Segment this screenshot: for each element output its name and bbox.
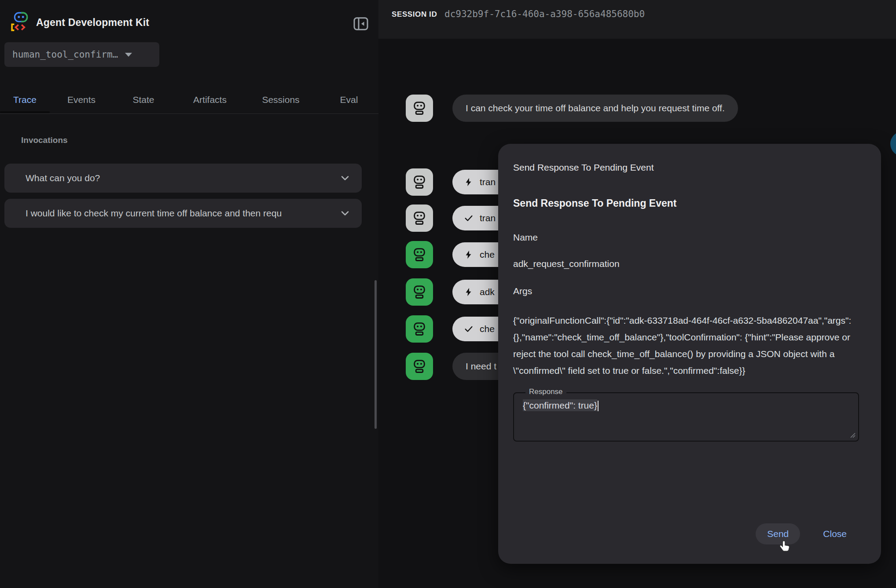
chat-message-row: I can check your time off balance and he… bbox=[406, 95, 738, 122]
name-label: Name bbox=[513, 232, 866, 243]
caret-down-icon bbox=[125, 53, 132, 57]
response-field-label: Response bbox=[525, 387, 566, 396]
tab-state[interactable]: State bbox=[127, 87, 160, 113]
bolt-icon bbox=[464, 177, 474, 187]
agent-avatar-icon bbox=[406, 95, 433, 122]
agent-avatar-icon bbox=[406, 241, 433, 268]
agent-avatar-icon bbox=[406, 353, 433, 380]
dialog-title: Send Response To Pending Event bbox=[513, 162, 866, 173]
bolt-icon bbox=[464, 250, 474, 259]
response-value: {"confirmed": true} bbox=[523, 399, 597, 411]
tab-events[interactable]: Events bbox=[62, 87, 101, 113]
invocations-heading: Invocations bbox=[21, 135, 68, 145]
args-value: {"originalFunctionCall":{"id":"adk-63371… bbox=[513, 312, 865, 379]
session-header: SESSION ID dc932b9f-7c16-460a-a398-656a4… bbox=[378, 0, 896, 39]
invocation-text: What can you do? bbox=[26, 173, 334, 183]
session-id-label: SESSION ID bbox=[392, 10, 437, 19]
agent-selector-value: human_tool_confirm… bbox=[12, 49, 118, 60]
invocation-item[interactable]: I would like to check my current time of… bbox=[4, 199, 362, 228]
chevron-down-icon[interactable] bbox=[339, 207, 351, 219]
tab-bar: Trace Events State Artifacts Sessions Ev… bbox=[0, 87, 378, 114]
collapse-panel-icon[interactable] bbox=[352, 15, 370, 33]
dialog-actions: Send Close bbox=[756, 523, 858, 544]
name-value: adk_request_confirmation bbox=[513, 259, 866, 269]
check-icon bbox=[464, 213, 474, 223]
dialog-heading: Send Response To Pending Event bbox=[513, 197, 866, 209]
send-response-dialog: Send Response To Pending Event Send Resp… bbox=[498, 144, 881, 564]
invocation-item[interactable]: What can you do? bbox=[4, 164, 362, 193]
active-tab-indicator bbox=[0, 111, 50, 113]
chevron-down-icon[interactable] bbox=[339, 172, 351, 184]
close-button[interactable]: Close bbox=[812, 523, 858, 544]
agent-avatar-icon bbox=[406, 315, 433, 343]
session-id-value: dc932b9f-7c16-460a-a398-656a485680b0 bbox=[444, 9, 645, 19]
adk-web-app: Agent Development Kit human_tool_confirm… bbox=[0, 0, 896, 588]
resize-grip-icon[interactable] bbox=[849, 432, 856, 438]
app-title: Agent Development Kit bbox=[36, 17, 149, 29]
left-panel: Agent Development Kit human_tool_confirm… bbox=[0, 0, 378, 588]
tab-trace[interactable]: Trace bbox=[0, 87, 50, 113]
response-textarea[interactable]: Response {"confirmed": true} bbox=[513, 392, 859, 442]
agent-selector[interactable]: human_tool_confirm… bbox=[4, 42, 159, 67]
invocation-text: I would like to check my current time of… bbox=[26, 208, 334, 219]
send-button[interactable]: Send bbox=[756, 523, 800, 544]
tab-eval[interactable]: Eval bbox=[334, 87, 364, 113]
tab-sessions[interactable]: Sessions bbox=[257, 87, 305, 113]
adk-logo-icon bbox=[11, 11, 31, 32]
text-cursor bbox=[598, 401, 599, 411]
agent-message-bubble: I can check your time off balance and he… bbox=[452, 95, 738, 122]
bolt-icon bbox=[464, 287, 474, 297]
tab-artifacts[interactable]: Artifacts bbox=[186, 87, 234, 113]
agent-avatar-icon bbox=[406, 168, 433, 196]
agent-avatar-icon bbox=[406, 278, 433, 306]
check-icon bbox=[464, 324, 474, 334]
agent-avatar-icon bbox=[406, 205, 433, 232]
scrollbar[interactable] bbox=[375, 280, 377, 429]
args-label: Args bbox=[513, 286, 866, 296]
app-header: Agent Development Kit bbox=[0, 0, 378, 40]
